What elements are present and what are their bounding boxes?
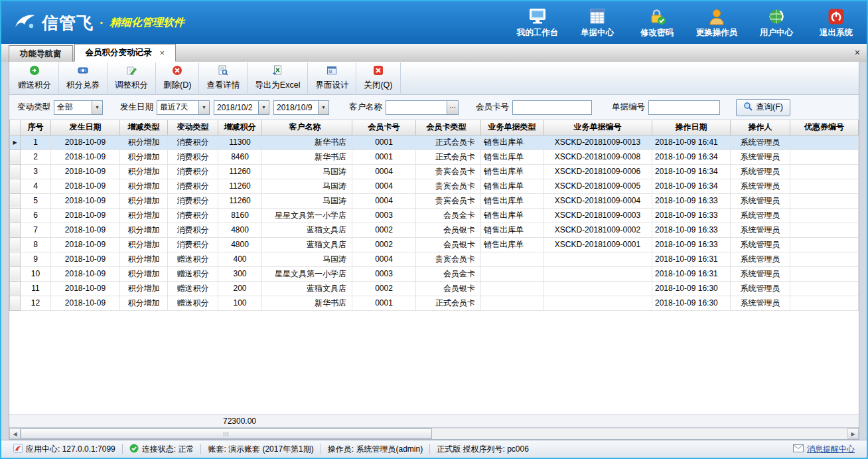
tab-close-icon[interactable]: × (160, 48, 165, 58)
cell: 积分增加 (120, 266, 168, 281)
cell (543, 252, 652, 266)
column-header[interactable]: 业务单据编号 (543, 120, 652, 135)
view-details-button[interactable]: 查看详情 (199, 62, 248, 94)
column-header[interactable]: 优惠券编号 (790, 120, 859, 135)
table-row[interactable]: 22018-10-09积分增加消费积分8460新华书店0001正式会员卡销售出库… (10, 149, 859, 164)
scroll-right-arrow[interactable]: ▶ (847, 428, 859, 439)
table-row[interactable]: 92018-10-09积分增加赠送积分400马国涛0004贵宾会员卡2018-1… (10, 252, 859, 266)
cell: 2018-10-09 (51, 208, 120, 223)
export-excel-button[interactable]: 导出为Excel (248, 62, 308, 94)
column-header[interactable]: 会员卡类型 (416, 120, 481, 135)
column-header[interactable]: 会员卡号 (352, 120, 416, 135)
table-row[interactable]: 102018-10-09积分增加赠送积分300星星文具第一小学店0003会员金卡… (10, 266, 859, 281)
cell: 1 (21, 135, 51, 149)
cell: 销售出库单 (481, 164, 543, 179)
tab-member-points-record[interactable]: 会员积分变动记录 × (74, 44, 177, 62)
cell: 马国涛 (262, 179, 352, 193)
card-number-input[interactable] (512, 100, 592, 115)
column-header[interactable]: 操作人 (731, 120, 790, 135)
change-type-select[interactable]: 全部 ▼ (54, 100, 103, 115)
scroll-left-arrow[interactable]: ◀ (9, 428, 21, 439)
nav-change-operator[interactable]: 更换操作员 (695, 7, 738, 39)
cell: 积分增加 (120, 149, 168, 164)
table-row[interactable]: 112018-10-09积分增加赠送积分200蓝猫文具店0002会员银卡2018… (10, 281, 859, 296)
table-row[interactable]: 62018-10-09积分增加消费积分8160星星文具第一小学店0003会员金卡… (10, 208, 859, 223)
view-details-icon (218, 65, 228, 78)
chevron-down-icon[interactable]: ▼ (92, 101, 102, 114)
close-page-button[interactable]: 关闭(Q) (356, 62, 400, 94)
date-to-picker[interactable]: 2018/10/9 ▼ (273, 100, 329, 115)
scrollbar-track[interactable] (21, 428, 847, 439)
cell: 正式会员卡 (416, 149, 481, 164)
tab-function-navigator[interactable]: 功能导航窗 (9, 45, 73, 62)
cell: 2018-10-09 16:41 (652, 135, 731, 149)
table-row[interactable]: 42018-10-09积分增加消费积分11260马国涛0004贵宾会员卡销售出库… (10, 179, 859, 193)
cell: 贵宾会员卡 (416, 252, 481, 266)
tabbar-close-button[interactable]: × (855, 47, 860, 58)
column-header[interactable]: 操作日期 (652, 120, 731, 135)
cell: XSCKD-20181009-0002 (543, 223, 652, 237)
cell: 2018-10-09 16:34 (652, 179, 731, 193)
nav-exit-system[interactable]: 退出系统 (815, 7, 857, 39)
chevron-down-icon[interactable]: ▼ (198, 101, 209, 114)
status-connection: 连接状态: 正常 (123, 444, 201, 455)
delete-button[interactable]: 删除(D) (156, 62, 199, 94)
column-header[interactable]: 发生日期 (51, 120, 120, 135)
customer-name-input[interactable] (386, 102, 447, 114)
table-row[interactable]: 122018-10-09积分增加赠送积分100新华书店0001正式会员卡2018… (10, 296, 859, 310)
status-license: 正式版 授权序列号: pc006 (430, 444, 536, 455)
ui-design-button[interactable]: 界面设计 (308, 62, 356, 94)
nav-label: 我的工作台 (517, 27, 559, 39)
member-points-page: 赠送积分 积分兑券 调整积分 删除(D) 查看详情 (9, 62, 859, 440)
date-preset-select[interactable]: 最近7天 ▼ (157, 100, 210, 115)
table-row[interactable]: ▶12018-10-09积分增加消费积分11300新华书店0001正式会员卡销售… (10, 135, 859, 149)
customer-lookup-button[interactable]: ··· (447, 101, 458, 114)
column-header[interactable]: 增减类型 (120, 120, 168, 135)
column-header[interactable]: 增减积分 (218, 120, 262, 135)
column-header[interactable]: 序号 (21, 120, 51, 135)
cell: 消费积分 (168, 149, 218, 164)
message-center-link[interactable]: 消息提醒中心 (786, 444, 861, 455)
cell (790, 135, 859, 149)
cell: 2018-10-09 16:34 (652, 149, 731, 164)
nav-my-workspace[interactable]: 我的工作台 (516, 7, 559, 39)
adjust-points-button[interactable]: 调整积分 (108, 62, 156, 94)
tab-strip: 功能导航窗 会员积分变动记录 × × (1, 44, 867, 62)
column-header[interactable]: 客户名称 (262, 120, 352, 135)
cell: 2018-10-09 (51, 223, 120, 237)
status-app-center: 应用中心: 127.0.0.1:7099 (7, 444, 122, 455)
table-row[interactable]: 82018-10-09积分增加消费积分4800蓝猫文具店0002会员银卡销售出库… (10, 237, 859, 252)
horizontal-scrollbar[interactable]: ◀ ▶ (9, 428, 859, 439)
scrollbar-thumb[interactable] (21, 428, 432, 439)
nav-change-password[interactable]: 修改密码 (636, 7, 678, 39)
cell: 积分增加 (120, 193, 168, 208)
date-from-picker[interactable]: 2018/10/2 ▼ (214, 100, 269, 115)
points-total: 72300.00 (218, 416, 261, 426)
column-header[interactable]: 变动类型 (168, 120, 218, 135)
table-row[interactable]: 72018-10-09积分增加消费积分4800蓝猫文具店0002会员银卡销售出库… (10, 223, 859, 237)
cell: 2018-10-09 16:30 (652, 296, 731, 310)
points-to-coupon-button[interactable]: 积分兑券 (59, 62, 108, 94)
nav-user-center[interactable]: 用户中心 (755, 7, 798, 39)
cell: 系统管理员 (731, 237, 790, 252)
cell: 消费积分 (168, 179, 218, 193)
selected-row-indicator: ▶ (10, 135, 21, 149)
gift-points-button[interactable]: 赠送积分 (11, 62, 59, 94)
query-button[interactable]: 查询(F) (736, 99, 790, 116)
table-row[interactable]: 52018-10-09积分增加消费积分11260马国涛0004贵宾会员卡销售出库… (10, 193, 859, 208)
cell: 新华书店 (262, 149, 352, 164)
cell (790, 281, 859, 296)
cell: 正式会员卡 (416, 135, 481, 149)
cell: 11 (21, 281, 51, 296)
cell: 系统管理员 (731, 266, 790, 281)
column-header[interactable]: 业务单据类型 (481, 120, 543, 135)
row-indicator (10, 237, 21, 252)
doc-number-input[interactable] (648, 100, 720, 115)
cell: 3 (21, 164, 51, 179)
nav-document-center[interactable]: 单据中心 (576, 7, 618, 39)
cell: 蓝猫文具店 (262, 237, 352, 252)
chevron-down-icon[interactable]: ▼ (258, 101, 269, 114)
chevron-down-icon[interactable]: ▼ (318, 101, 328, 114)
table-row[interactable]: 32018-10-09积分增加消费积分11260马国涛0004贵宾会员卡销售出库… (10, 164, 859, 179)
cell: 赠送积分 (168, 266, 218, 281)
